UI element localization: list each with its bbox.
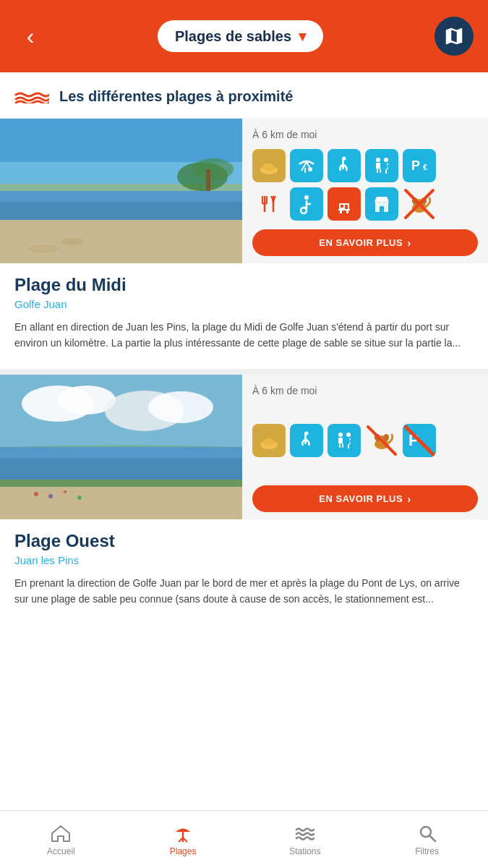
svg-rect-34: [346, 210, 348, 213]
beach-name-2: Plage Ouest: [14, 531, 474, 551]
amenity-parking-icon: P €: [403, 149, 436, 182]
nav-label-plages: Plages: [170, 846, 197, 856]
beach-card-1: À 6 km de moi: [0, 119, 488, 369]
beach-text-2: Plage Ouest Juan les Pins En prenant la …: [0, 519, 488, 625]
svg-point-16: [343, 157, 346, 161]
amenity-lifeguard-icon: [328, 187, 361, 221]
svg-rect-61: [338, 438, 343, 443]
svg-point-7: [193, 158, 234, 180]
amenity-sand-icon-2: [252, 424, 286, 457]
section-header: Les différentes plages à proximité: [0, 72, 488, 119]
card-divider-1: [0, 369, 488, 375]
beach-description-2: En prenant la direction de Golfe Juan pa…: [14, 575, 474, 608]
amenity-row-1a: P €: [252, 149, 478, 182]
svg-rect-30: [341, 205, 343, 208]
nav-label-filtres: Filtres: [415, 846, 439, 856]
svg-point-54: [64, 490, 67, 493]
amenity-restroom-icon-2: [328, 424, 361, 457]
svg-point-10: [29, 244, 58, 253]
svg-point-28: [301, 208, 307, 213]
svg-point-55: [77, 495, 82, 500]
waves-decoration: [14, 90, 49, 103]
svg-rect-63: [342, 443, 343, 448]
beach-scene-1: [0, 119, 242, 263]
back-button[interactable]: ‹: [14, 23, 46, 50]
arrow-icon-2: ›: [407, 493, 411, 505]
amenity-row-2a: P: [252, 424, 478, 457]
section-title-text: Les différentes plages à proximité: [59, 88, 293, 105]
waves-icon: [295, 823, 315, 843]
svg-line-77: [429, 835, 435, 841]
beach-info-panel-2: À 6 km de moi: [242, 375, 488, 519]
nav-label-accueil: Accueil: [47, 846, 75, 856]
svg-point-60: [338, 433, 343, 437]
app-header: ‹ Plages de sables ▾: [0, 0, 488, 72]
nav-item-plages[interactable]: Plages: [122, 817, 244, 862]
svg-rect-5: [0, 220, 242, 263]
amenity-restroom-icon: [365, 149, 398, 182]
bottom-navigation: Accueil Plages Stations Filtres: [0, 810, 488, 868]
beach-location-1: Golfe Juan: [14, 298, 474, 310]
nav-item-stations[interactable]: Stations: [244, 817, 367, 862]
svg-text:€: €: [423, 163, 427, 171]
beach-card-2: À 6 km de moi: [0, 375, 488, 625]
svg-text:P: P: [411, 158, 420, 173]
svg-point-57: [263, 438, 275, 446]
nav-item-filtres[interactable]: Filtres: [366, 817, 488, 862]
svg-point-52: [34, 492, 38, 496]
amenity-disabled-icon: [290, 187, 323, 221]
beach-card-top-1: À 6 km de moi: [0, 119, 488, 263]
beach-name-1: Plage du Midi: [14, 275, 474, 295]
content-area: Les différentes plages à proximité: [0, 72, 488, 683]
svg-point-59: [305, 432, 309, 435]
map-button[interactable]: [435, 17, 474, 56]
title-dropdown-button[interactable]: Plages de sables ▾: [158, 20, 323, 52]
svg-rect-33: [340, 210, 342, 213]
distance-text-2: À 6 km de moi: [252, 385, 478, 396]
beach-location-2: Juan les Pins: [14, 554, 474, 566]
beach-image-2: [0, 375, 242, 519]
svg-rect-18: [376, 163, 380, 169]
amenity-noparking-icon: P: [403, 424, 436, 457]
amenity-nodog-icon: [403, 187, 436, 221]
svg-rect-36: [380, 206, 384, 212]
amenity-shop-icon: [365, 187, 398, 221]
beach-text-1: Plage du Midi Golfe Juan En allant en di…: [0, 263, 488, 369]
svg-point-27: [304, 195, 309, 200]
learn-more-button-1[interactable]: EN SAVOIR PLUS ›: [252, 229, 478, 256]
beach-info-panel-1: À 6 km de moi: [242, 119, 488, 263]
svg-point-13: [308, 167, 312, 171]
svg-rect-62: [339, 443, 341, 448]
wave-icon: [14, 90, 49, 103]
amenity-umbrella-icon: [290, 149, 323, 182]
svg-rect-51: [0, 487, 242, 519]
svg-point-12: [263, 163, 275, 171]
svg-rect-31: [345, 205, 348, 209]
header-title: Plages de sables: [175, 28, 291, 45]
svg-point-53: [48, 494, 53, 498]
svg-rect-8: [206, 169, 210, 191]
svg-point-47: [148, 391, 213, 423]
home-icon: [51, 823, 71, 843]
amenity-waterslide-icon-2: [290, 424, 323, 457]
svg-rect-19: [377, 169, 378, 173]
beach-scene-2: [0, 375, 242, 519]
amenity-waterslide-icon: [328, 149, 361, 182]
svg-point-17: [376, 158, 380, 162]
nav-label-stations: Stations: [289, 846, 320, 856]
map-icon: [443, 25, 465, 47]
beach-icon: [173, 823, 193, 843]
amenity-row-1b: [252, 187, 478, 221]
arrow-icon: ›: [407, 237, 411, 249]
nav-item-accueil[interactable]: Accueil: [0, 817, 122, 862]
chevron-down-icon: ▾: [299, 27, 306, 45]
beach-description-1: En allant en direction de Juan les Pins,…: [14, 319, 474, 352]
svg-point-64: [346, 433, 351, 437]
search-icon: [417, 823, 437, 843]
amenity-nodog-icon-2: [365, 424, 398, 457]
learn-more-button-2[interactable]: EN SAVOIR PLUS ›: [252, 485, 478, 512]
amenity-restaurant-icon: [252, 187, 286, 221]
svg-rect-14: [304, 168, 306, 173]
svg-point-21: [384, 158, 388, 162]
svg-point-9: [61, 238, 83, 245]
